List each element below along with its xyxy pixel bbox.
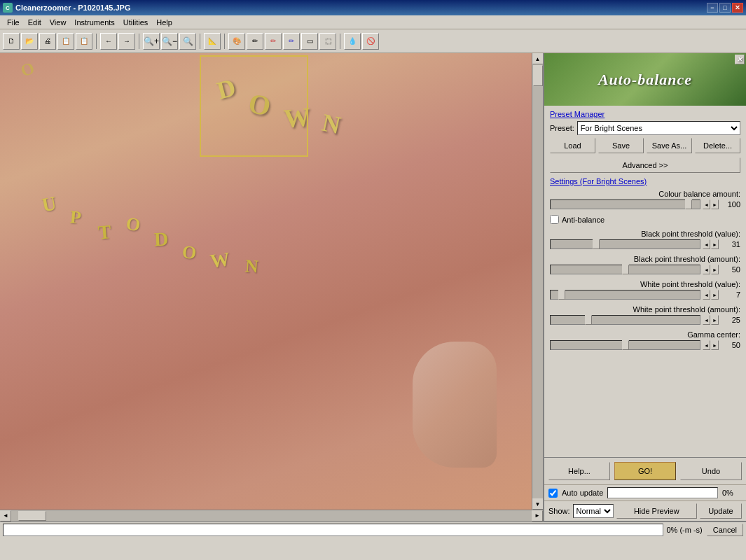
delete-button[interactable]: Delete... xyxy=(695,138,740,153)
copy-button[interactable]: 📋 xyxy=(57,33,74,50)
anti-balance-label: Anti-balance xyxy=(562,216,605,224)
scroll-down-button[interactable]: ▼ xyxy=(532,498,544,510)
settings-label: Settings (For Bright Scenes) xyxy=(550,177,740,186)
color-button[interactable]: 🎨 xyxy=(228,33,245,50)
new-button[interactable]: 🗋 xyxy=(3,33,20,50)
bp-value-inc[interactable]: ► xyxy=(711,239,719,249)
wp-amount-thumb[interactable] xyxy=(585,315,592,325)
colour-balance-track[interactable] xyxy=(550,200,700,209)
menu-view[interactable]: View xyxy=(46,17,71,28)
statusbar: 0% (-m -s) Cancel xyxy=(0,521,746,538)
zoom-in-button[interactable]: 🔍+ xyxy=(143,33,160,50)
wp-value-inc[interactable]: ► xyxy=(711,290,719,300)
hscroll-track[interactable] xyxy=(11,510,532,522)
wp-amount-dec[interactable]: ◄ xyxy=(703,315,710,325)
cancel-toolbar-button[interactable]: 🚫 xyxy=(362,33,379,50)
paste-button[interactable]: 📋 xyxy=(76,33,92,50)
bp-amount-track[interactable] xyxy=(550,265,700,274)
wp-value-dec[interactable]: ◄ xyxy=(703,290,710,300)
brush-button[interactable]: ✏ xyxy=(265,33,282,50)
selection-rectangle xyxy=(200,55,308,157)
gamma-thumb[interactable] xyxy=(622,340,629,350)
separator-5 xyxy=(340,34,340,49)
cancel-button[interactable]: Cancel xyxy=(707,524,743,536)
print-button[interactable]: 🖨 xyxy=(39,33,56,50)
auto-update-checkbox[interactable] xyxy=(548,489,558,498)
scroll-left-button[interactable]: ◄ xyxy=(0,510,11,522)
show-select[interactable]: Normal Split Before After xyxy=(573,504,614,518)
bp-amount-dec[interactable]: ◄ xyxy=(703,265,710,274)
anti-balance-checkbox[interactable] xyxy=(550,215,559,224)
menu-utilities[interactable]: Utilities xyxy=(119,17,152,28)
load-button[interactable]: Load xyxy=(550,138,595,153)
zoom-level: 0% (-m -s) xyxy=(666,526,702,534)
scroll-right-button[interactable]: ► xyxy=(532,510,543,522)
colour-balance-thumb[interactable] xyxy=(685,200,692,209)
bp-value-value: 31 xyxy=(721,240,740,248)
status-field xyxy=(3,524,663,536)
horizontal-scrollbar: ◄ ► xyxy=(0,510,543,521)
minimize-button[interactable]: − xyxy=(707,3,718,13)
gamma-row: ◄ ► 50 xyxy=(550,340,740,350)
toolbar: 🗋 📂 🖨 📋 📋 ← → 🔍+ 🔍− 🔍 📐 🎨 ✏ ✏ ✏ ▭ ⬚ 💧 🚫 xyxy=(0,29,746,53)
autoupdate-row: Auto update 0% xyxy=(544,484,746,500)
bp-amount-thumb[interactable] xyxy=(622,265,629,274)
go-button[interactable]: GO! xyxy=(614,462,676,480)
maximize-button[interactable]: □ xyxy=(719,3,731,13)
zoom-out-button[interactable]: 🔍− xyxy=(161,33,178,50)
select-button[interactable]: ▭ xyxy=(301,33,318,50)
bp-value-track[interactable] xyxy=(550,239,700,249)
preset-select[interactable]: For Bright Scenes Default For Dark Scene… xyxy=(577,121,740,135)
menu-file[interactable]: File xyxy=(3,17,24,28)
preset-buttons: Load Save Save As... Delete... xyxy=(550,138,740,153)
titlebar-left: C Cleanerzoomer - P1020145.JPG xyxy=(3,3,130,13)
auto-update-label: Auto update xyxy=(562,489,603,497)
menu-help[interactable]: Help xyxy=(152,17,177,28)
panel-close-button[interactable]: ✕ xyxy=(735,55,745,64)
close-button[interactable]: ✕ xyxy=(732,3,743,13)
wp-value-thumb[interactable] xyxy=(558,290,565,300)
bp-amount-inc[interactable]: ► xyxy=(711,265,719,274)
bp-value-dec[interactable]: ◄ xyxy=(703,239,710,249)
scroll-up-button[interactable]: ▲ xyxy=(532,53,544,64)
bp-value-thumb[interactable] xyxy=(593,239,600,249)
zoom-fit-button[interactable]: 🔍 xyxy=(179,33,196,50)
image-area[interactable]: U P T O D O W N D O W N O xyxy=(0,53,532,510)
menu-instruments[interactable]: Instruments xyxy=(70,17,118,28)
scroll-track[interactable] xyxy=(532,64,544,498)
wp-amount-row: ◄ ► 25 xyxy=(550,315,740,325)
bp-amount-row: ◄ ► 50 xyxy=(550,265,740,274)
wp-value-track[interactable] xyxy=(550,290,700,300)
crop-button[interactable]: 📐 xyxy=(204,33,221,50)
filter-button[interactable]: 💧 xyxy=(344,33,361,50)
hscroll-thumb[interactable] xyxy=(18,511,46,521)
save-as-button[interactable]: Save As... xyxy=(647,138,692,153)
right-panel: ✕ Auto-balance Preset Manager Preset: Fo… xyxy=(543,53,746,521)
open-button[interactable]: 📂 xyxy=(21,33,38,50)
preset-manager-link[interactable]: Preset Manager xyxy=(550,110,740,118)
colour-balance-inc[interactable]: ► xyxy=(711,200,719,209)
gamma-inc[interactable]: ► xyxy=(711,340,719,350)
select2-button[interactable]: ⬚ xyxy=(319,33,336,50)
scroll-thumb[interactable] xyxy=(533,65,543,86)
redo-toolbar-button[interactable]: → xyxy=(118,33,135,50)
undo-button[interactable]: Undo xyxy=(680,462,742,480)
update-button[interactable]: Update xyxy=(700,503,742,519)
hide-preview-button[interactable]: Hide Preview xyxy=(616,503,697,519)
wp-amount-inc[interactable]: ► xyxy=(711,315,719,325)
colour-balance-dec[interactable]: ◄ xyxy=(703,200,710,209)
gamma-dec[interactable]: ◄ xyxy=(703,340,710,350)
gamma-track[interactable] xyxy=(550,340,700,350)
wp-amount-track[interactable] xyxy=(550,315,700,325)
help-button[interactable]: Help... xyxy=(548,462,610,480)
pen-button[interactable]: ✏ xyxy=(247,33,263,50)
bp-value-label: Black point threshold (value): xyxy=(550,230,740,238)
menu-edit[interactable]: Edit xyxy=(24,17,46,28)
advanced-button[interactable]: Advanced >> xyxy=(550,158,740,173)
save-button[interactable]: Save xyxy=(598,138,644,153)
colour-balance-label: Colour balance amount: xyxy=(550,190,740,198)
bp-amount-value: 50 xyxy=(721,265,740,274)
eraser-button[interactable]: ✏ xyxy=(283,33,300,50)
undo-toolbar-button[interactable]: ← xyxy=(100,33,117,50)
panel-content: Preset Manager Preset: For Bright Scenes… xyxy=(544,106,746,457)
